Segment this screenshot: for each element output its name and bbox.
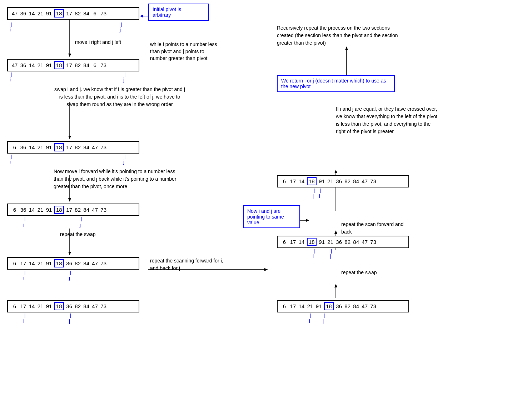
cell-5-7: 82 <box>75 260 81 266</box>
cell-7-9: 47 <box>362 239 368 245</box>
pointer-j-8b: | <box>70 312 71 318</box>
cell-2-1: 36 <box>20 62 26 68</box>
cell-6-2: 14 <box>298 178 305 184</box>
now-ij-same-label: Now i and j are pointing to same value <box>247 208 284 225</box>
pointer-j-1: | <box>121 21 122 27</box>
label-j-8b: j <box>69 319 70 324</box>
cell-5-2: 14 <box>29 260 35 266</box>
svg-marker-5 <box>68 198 71 202</box>
cell-5-0: 6 <box>11 260 18 266</box>
pointer-j-8: | <box>324 312 325 318</box>
cell-2-2: 14 <box>29 62 35 68</box>
cell-4-3: 21 <box>37 207 44 213</box>
move-forward-label: Now move i forward while it's pointing t… <box>54 168 179 190</box>
cell-8-9: 47 <box>362 303 368 309</box>
cell-8b-10: 73 <box>100 303 107 309</box>
cell-2-5-pivot: 18 <box>54 61 64 69</box>
cell-8b-7: 82 <box>75 303 81 309</box>
cell-3-0: 6 <box>11 144 18 150</box>
cell-6-1: 17 <box>290 178 296 184</box>
array-8b: 6 17 14 21 91 18 36 82 84 47 73 <box>7 300 139 312</box>
cell-3-9: 47 <box>92 144 98 150</box>
cell-6-6: 36 <box>336 178 342 184</box>
return-ij-callout: We return i or j (doesn't matter which) … <box>277 75 395 92</box>
svg-marker-9 <box>264 268 268 271</box>
cell-8-4: 91 <box>315 303 322 309</box>
cell-6-9: 47 <box>362 178 368 184</box>
cell-8b-8: 84 <box>83 303 90 309</box>
pointer-j-5: | <box>70 270 71 275</box>
label-j-2: j <box>123 77 124 82</box>
pointer-i-4: | <box>24 216 25 221</box>
cell-4-4: 91 <box>46 207 52 213</box>
cell-8b-0: 6 <box>11 303 18 309</box>
cell-4-6: 17 <box>66 207 73 213</box>
svg-marker-3 <box>68 136 71 139</box>
pointer-j-7: | <box>331 248 332 254</box>
pointer-i-8b: | <box>24 312 25 318</box>
cell-7-4: 91 <box>319 239 325 245</box>
cell-4-7: 82 <box>75 207 81 213</box>
cell-7-5: 21 <box>327 239 334 245</box>
cell-5-5-pivot: 18 <box>54 259 64 267</box>
recursively-label: Recursively repeat the process on the tw… <box>277 24 402 47</box>
cell-7-3-pivot: 18 <box>307 238 317 246</box>
swap-explanation: swap i and j. we know that if i is great… <box>54 86 186 108</box>
label-i-3: i <box>10 159 11 165</box>
cell-8-2: 14 <box>298 303 305 309</box>
pointer-j-2: | <box>124 71 125 77</box>
while-condition: while i points to a number less than piv… <box>150 41 222 62</box>
label-i-7: i <box>313 254 314 259</box>
array-5: 6 17 14 21 91 18 36 82 84 47 73 <box>7 257 139 270</box>
cell-3-5-pivot: 18 <box>54 143 64 151</box>
cell-7-6: 36 <box>336 239 342 245</box>
pointer-j-4: | <box>81 216 82 221</box>
cell-4-1: 36 <box>20 207 26 213</box>
cell-8-5-pivot: 18 <box>324 302 334 310</box>
cell-4-0: 6 <box>11 207 18 213</box>
array-2: 47 36 14 21 91 18 17 82 84 6 73 <box>7 59 139 71</box>
cell-1-4: 91 <box>46 10 52 16</box>
cell-8b-1: 17 <box>20 303 26 309</box>
cell-8-1: 17 <box>290 303 296 309</box>
return-ij-label: We return i or j (doesn't matter which) … <box>281 78 386 89</box>
pointer-i-6: | <box>320 187 321 193</box>
if-equal-label: If i and j are equal, or they have cross… <box>336 105 439 135</box>
repeat-swap2-label: repeat the swap <box>341 270 377 275</box>
array-7: 6 17 14 18 91 21 36 82 84 47 73 <box>277 236 409 248</box>
cell-3-1: 36 <box>20 144 26 150</box>
array-6: 6 17 14 18 91 21 36 82 84 47 73 <box>277 175 409 187</box>
cell-6-10: 73 <box>370 178 377 184</box>
pointer-i-7: | <box>314 248 315 254</box>
cell-7-2: 14 <box>298 239 305 245</box>
cell-5-4: 91 <box>46 260 52 266</box>
cell-2-0: 47 <box>11 62 18 68</box>
array-8: 6 17 14 21 91 18 36 82 84 47 73 <box>277 300 409 312</box>
cell-7-10: 73 <box>370 239 377 245</box>
cell-6-8: 84 <box>353 178 359 184</box>
cell-8-8: 84 <box>353 303 359 309</box>
svg-marker-11 <box>334 170 337 173</box>
pointer-j-3: | <box>124 154 125 159</box>
label-i-1: i <box>10 27 11 32</box>
cell-3-4: 91 <box>46 144 52 150</box>
now-ij-same-callout: Now i and j are pointing to same value <box>243 205 300 228</box>
cell-2-4: 91 <box>46 62 52 68</box>
label-j-5: j <box>69 275 70 281</box>
cell-8-0: 6 <box>281 303 288 309</box>
cell-4-10: 73 <box>100 207 107 213</box>
label-j-7: j <box>330 254 331 259</box>
svg-marker-13 <box>345 46 348 50</box>
cell-1-5-pivot: 18 <box>54 9 64 17</box>
cell-8-6: 36 <box>336 303 342 309</box>
cell-7-0: 6 <box>281 239 288 245</box>
move-ij-label: move i right and j left <box>75 39 121 45</box>
cell-1-7: 82 <box>75 10 81 16</box>
cell-2-10: 73 <box>100 62 107 68</box>
cell-6-0: 6 <box>281 178 288 184</box>
pointer-i-3: | <box>11 154 12 159</box>
cell-1-10: 73 <box>100 10 107 16</box>
label-i-2: i <box>10 77 11 82</box>
repeat-scan-fb-label: repeat the scan forward and back <box>341 221 406 236</box>
svg-marker-19 <box>140 15 143 17</box>
